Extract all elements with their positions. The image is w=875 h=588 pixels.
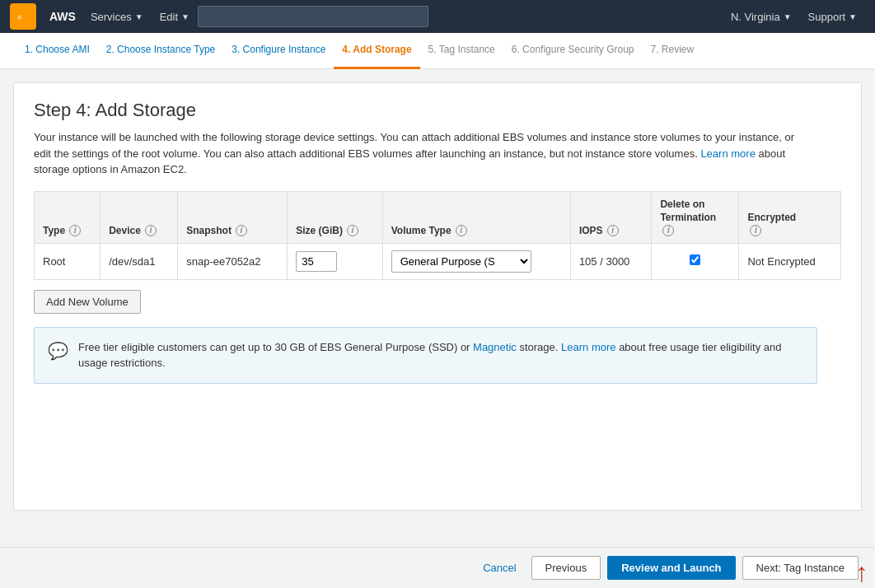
- step-1[interactable]: 1. Choose AMI: [16, 33, 98, 69]
- previous-button[interactable]: Previous: [531, 556, 601, 580]
- row-device: /dev/sda1: [101, 243, 178, 279]
- row-iops: 105 / 3000: [570, 243, 652, 279]
- services-caret: ▼: [135, 12, 143, 21]
- delete-on-termination-checkbox[interactable]: [690, 254, 700, 265]
- svg-text:≡: ≡: [17, 13, 21, 21]
- table-row: Root /dev/sda1 snap-ee7052a2 General Pur…: [35, 243, 841, 279]
- arrow-indicator: ↑: [855, 558, 868, 588]
- step-2[interactable]: 2. Choose Instance Type: [98, 33, 224, 69]
- review-launch-button[interactable]: Review and Launch: [607, 556, 735, 580]
- description-text: Your instance will be launched with the …: [34, 129, 801, 178]
- cancel-button[interactable]: Cancel: [475, 557, 524, 579]
- th-volume-type: Volume Type i: [382, 191, 570, 243]
- th-snapshot: Snapshot i: [178, 191, 288, 243]
- step-7: 7. Review: [643, 33, 703, 69]
- add-volume-button[interactable]: Add New Volume: [34, 290, 141, 314]
- description-body: Your instance will be launched with the …: [34, 131, 794, 160]
- th-encrypted: Encrypted i: [739, 191, 841, 243]
- step-1-label: 1. Choose AMI: [25, 44, 90, 55]
- type-info-icon[interactable]: i: [69, 225, 81, 236]
- aws-logo[interactable]: ≡: [10, 3, 36, 30]
- main-content: Step 4: Add Storage Your instance will b…: [13, 82, 862, 511]
- th-iops: IOPS i: [570, 191, 652, 243]
- step-4-label: 4. Add Storage: [342, 44, 411, 55]
- services-label: Services: [91, 11, 132, 23]
- snapshot-info-icon[interactable]: i: [236, 225, 247, 236]
- row-size: [288, 243, 382, 279]
- th-encrypted-label: Encrypted: [747, 212, 796, 223]
- step-4[interactable]: 4. Add Storage: [334, 33, 419, 69]
- region-menu[interactable]: N. Virginia ▼: [723, 11, 800, 23]
- th-snapshot-label: Snapshot: [186, 225, 232, 236]
- delete-info-icon[interactable]: i: [662, 225, 674, 236]
- top-nav: ≡ AWS Services ▼ Edit ▼ N. Virginia ▼ Su…: [0, 0, 875, 33]
- region-label: N. Virginia: [731, 11, 780, 23]
- region-caret: ▼: [784, 12, 792, 21]
- th-delete-label: Delete on: [660, 198, 704, 210]
- row-delete: [652, 243, 739, 279]
- th-size: Size (GiB) i: [288, 191, 382, 243]
- edit-label: Edit: [160, 11, 178, 23]
- iops-info-icon[interactable]: i: [607, 225, 619, 236]
- storage-table: Type i Device i Snapshot i: [34, 191, 841, 280]
- size-info-icon[interactable]: i: [347, 225, 358, 236]
- th-iops-label: IOPS: [579, 225, 603, 236]
- volume-type-select[interactable]: General Purpose (S Provisioned IOPS (IO1…: [391, 250, 531, 273]
- th-delete: Delete on Termination i: [652, 191, 739, 243]
- info-box: 💬 Free tier eligible customers can get u…: [34, 327, 817, 384]
- step-5: 5. Tag Instance: [420, 33, 503, 69]
- size-input[interactable]: [296, 251, 337, 272]
- next-button[interactable]: Next: Tag Instance: [742, 556, 859, 580]
- bottom-bar: Cancel Previous Review and Launch Next: …: [0, 547, 875, 588]
- th-device-label: Device: [109, 225, 141, 236]
- learn-more-link-1[interactable]: Learn more: [700, 147, 755, 160]
- support-caret: ▼: [849, 12, 857, 21]
- support-label: Support: [808, 11, 846, 23]
- step-7-label: 7. Review: [651, 44, 695, 55]
- info-box-text: Free tier eligible customers can get up …: [78, 339, 803, 371]
- th-type: Type i: [35, 191, 101, 243]
- step-3[interactable]: 3. Configure Instance: [223, 33, 334, 69]
- step-nav: 1. Choose AMI 2. Choose Instance Type 3.…: [0, 33, 875, 69]
- services-menu[interactable]: Services ▼: [82, 0, 152, 33]
- info-text-1: Free tier eligible customers can get up …: [78, 341, 473, 353]
- info-text-2: storage.: [519, 341, 561, 353]
- step-6: 6. Configure Security Group: [503, 33, 643, 69]
- th-type-label: Type: [43, 225, 65, 236]
- encrypted-info-icon[interactable]: i: [750, 225, 761, 236]
- page-title: Step 4: Add Storage: [34, 100, 841, 121]
- row-volume-type: General Purpose (S Provisioned IOPS (IO1…: [382, 243, 570, 279]
- row-snapshot: snap-ee7052a2: [178, 243, 288, 279]
- aws-brand[interactable]: AWS: [43, 10, 82, 23]
- search-bar[interactable]: [198, 6, 428, 27]
- th-delete-label2: Termination: [660, 212, 716, 223]
- step-5-label: 5. Tag Instance: [428, 44, 495, 55]
- device-info-icon[interactable]: i: [145, 225, 157, 236]
- learn-more-link-2[interactable]: Learn more: [561, 341, 615, 353]
- row-encrypted: Not Encrypted: [739, 243, 841, 279]
- vol-type-info-icon[interactable]: i: [456, 225, 467, 236]
- magnetic-link[interactable]: Magnetic: [473, 341, 517, 353]
- info-box-icon: 💬: [48, 341, 68, 361]
- step-6-label: 6. Configure Security Group: [512, 44, 634, 55]
- step-3-label: 3. Configure Instance: [232, 44, 325, 55]
- row-type: Root: [35, 243, 101, 279]
- edit-caret: ▼: [181, 12, 190, 21]
- support-menu[interactable]: Support ▼: [800, 11, 865, 23]
- th-size-label: Size (GiB): [296, 225, 343, 236]
- step-2-label: 2. Choose Instance Type: [106, 44, 216, 55]
- edit-menu[interactable]: Edit ▼: [152, 0, 198, 33]
- th-vol-type-label: Volume Type: [391, 225, 452, 236]
- th-device: Device i: [101, 191, 178, 243]
